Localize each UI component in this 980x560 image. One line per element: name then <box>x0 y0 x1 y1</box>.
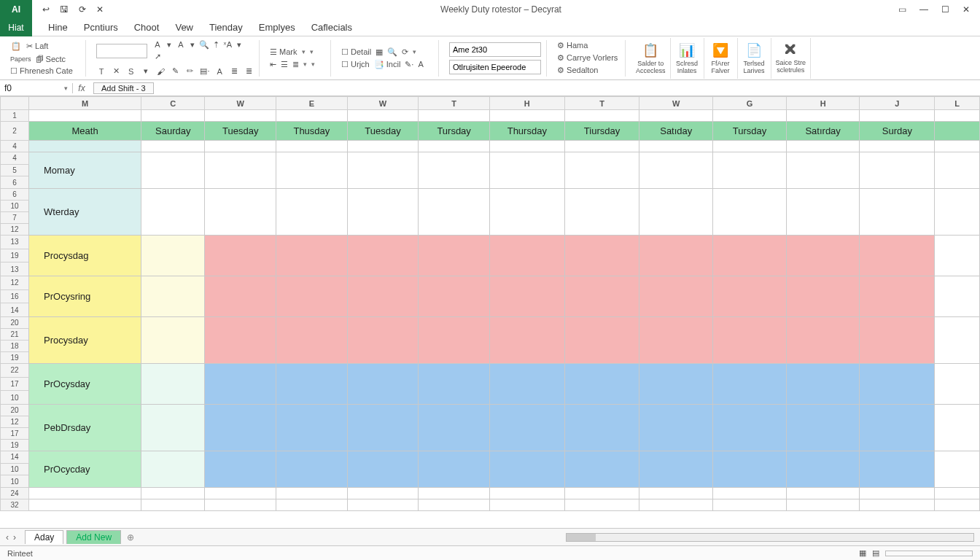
day-header-cell[interactable]: Tursday <box>419 122 490 141</box>
cell[interactable] <box>713 235 787 276</box>
cell[interactable] <box>639 499 713 510</box>
cell[interactable] <box>860 152 935 189</box>
row-header[interactable]: 32 <box>1 499 29 510</box>
mark-dd2-icon[interactable]: ▾ <box>310 48 314 55</box>
row-header[interactable]: 4 <box>1 141 29 152</box>
cell[interactable] <box>786 316 860 363</box>
incil-button[interactable]: 📑 Incil <box>374 60 401 69</box>
cell[interactable] <box>29 499 141 510</box>
cell[interactable] <box>564 188 639 235</box>
cell[interactable] <box>935 152 980 189</box>
cell[interactable] <box>276 487 348 499</box>
cell[interactable] <box>860 404 935 451</box>
cell[interactable] <box>489 276 564 316</box>
fx-icon[interactable]: fx <box>73 83 90 93</box>
a-icon[interactable]: A <box>418 60 423 69</box>
pen-icon[interactable]: ✎· <box>405 60 413 69</box>
cell[interactable] <box>276 363 348 404</box>
cell[interactable] <box>860 499 935 510</box>
row-header[interactable]: 20 <box>1 404 29 416</box>
sheet-nav-next-icon[interactable]: › <box>13 532 16 542</box>
cell[interactable] <box>347 404 419 451</box>
cell[interactable] <box>205 235 276 276</box>
row-label-cell[interactable]: PrOcysring <box>29 276 141 316</box>
row-header[interactable]: 16 <box>1 289 29 303</box>
cell[interactable] <box>489 235 564 276</box>
cell[interactable] <box>639 487 713 499</box>
font-row2-icon-0[interactable]: T <box>96 66 106 77</box>
row-label-cell[interactable]: Procysday <box>29 316 141 363</box>
font-row1-icon-6[interactable]: ˣA <box>222 39 233 51</box>
tab-view[interactable]: Vew <box>175 22 193 33</box>
cell[interactable] <box>786 110 860 122</box>
row-label-cell[interactable]: Momay <box>29 152 141 189</box>
row-header[interactable]: 14 <box>1 451 29 463</box>
ribbon-toggle-icon[interactable]: ▭ <box>898 4 906 15</box>
combo1-select[interactable] <box>449 42 541 57</box>
row-header[interactable]: 20 <box>1 316 29 328</box>
cell[interactable] <box>786 363 860 404</box>
cell[interactable] <box>860 188 935 235</box>
cell[interactable] <box>276 276 348 316</box>
font-row2-icon-9[interactable]: ≣ <box>229 66 239 77</box>
mark-dd-icon[interactable]: ▾ <box>302 48 306 55</box>
cell[interactable] <box>141 110 205 122</box>
cell[interactable] <box>205 141 276 152</box>
carge-link[interactable]: ⚙ Carrye Vorlers <box>557 53 621 63</box>
list-icon[interactable]: ☰ <box>281 60 288 69</box>
row-header[interactable]: 6 <box>1 188 29 200</box>
add-shift-button[interactable]: Add Shift - 3 <box>93 82 154 94</box>
format-painter-button[interactable]: ☐ Fhrenesh Cate <box>10 66 73 76</box>
row-header[interactable]: 17 <box>1 377 29 391</box>
paste-icon[interactable]: 📋 <box>10 40 22 52</box>
row-label-cell[interactable]: Procysdag <box>29 235 141 276</box>
tab-chart[interactable]: Choot <box>134 22 160 33</box>
qat-redo-icon[interactable]: ⟳ <box>79 4 86 15</box>
cell[interactable] <box>786 141 860 152</box>
close-icon[interactable]: ✕ <box>962 4 970 15</box>
cell[interactable] <box>489 316 564 363</box>
combo2-select[interactable] <box>449 60 541 74</box>
cell[interactable] <box>205 110 276 122</box>
cell[interactable] <box>935 451 980 487</box>
cell[interactable] <box>347 188 419 235</box>
cell[interactable] <box>713 363 787 404</box>
cell[interactable] <box>935 276 980 316</box>
cell[interactable] <box>29 110 141 122</box>
cell[interactable] <box>205 404 276 451</box>
cell[interactable] <box>347 235 419 276</box>
cell[interactable] <box>347 316 419 363</box>
cell[interactable] <box>489 404 564 451</box>
cell[interactable] <box>639 276 713 316</box>
cell[interactable] <box>205 487 276 499</box>
cell[interactable] <box>786 404 860 451</box>
cell[interactable] <box>419 110 490 122</box>
qat-close-icon[interactable]: ✕ <box>96 4 104 15</box>
cell[interactable] <box>347 487 419 499</box>
cell[interactable] <box>276 188 348 235</box>
cell[interactable] <box>786 276 860 316</box>
row-header[interactable]: 24 <box>1 487 29 499</box>
sheet-tab-aday[interactable]: Aday <box>25 530 63 544</box>
cell[interactable] <box>276 110 348 122</box>
cell[interactable] <box>786 451 860 487</box>
font-row2-icon-7[interactable]: ▤· <box>200 66 210 77</box>
cell[interactable] <box>639 152 713 189</box>
row-header[interactable]: 18 <box>1 340 29 351</box>
day-header-cell[interactable]: Saurday <box>141 122 205 141</box>
cell[interactable] <box>141 141 205 152</box>
cell[interactable] <box>713 188 787 235</box>
row-header[interactable]: 4 <box>1 152 29 165</box>
name-box[interactable]: f0▾ <box>0 83 73 93</box>
ribbon-big-1[interactable]: 📊SclresdInlates <box>671 38 704 79</box>
align-icon[interactable]: ≣ <box>292 60 299 69</box>
font-family-select[interactable] <box>96 44 147 58</box>
cell[interactable] <box>564 141 639 152</box>
cell[interactable] <box>205 276 276 316</box>
col-header-M0[interactable]: M <box>29 97 141 110</box>
col-header-T5[interactable]: T <box>419 97 490 110</box>
cell[interactable] <box>860 451 935 487</box>
table-icon[interactable]: ▦ <box>376 47 383 57</box>
cell[interactable] <box>564 152 639 189</box>
cell[interactable] <box>419 188 490 235</box>
